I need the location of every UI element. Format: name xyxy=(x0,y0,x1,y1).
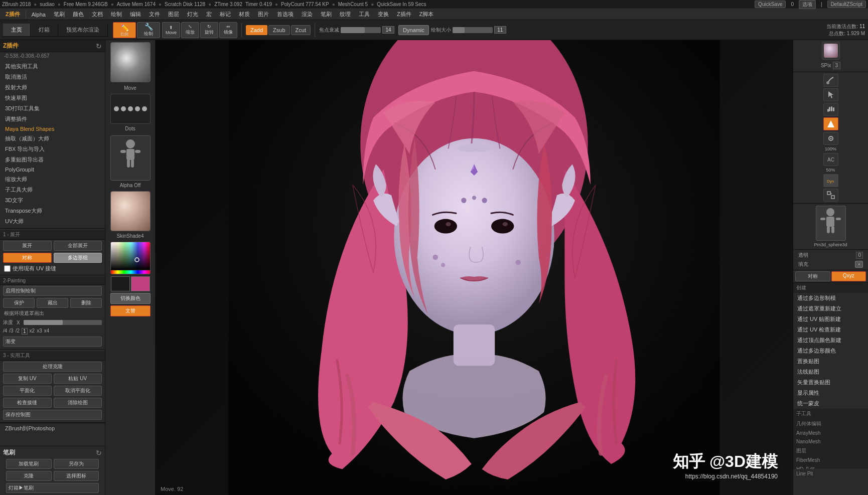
section2-header[interactable]: 2-Painting xyxy=(0,277,105,285)
expand-all-btn[interactable]: 全部展开 xyxy=(54,241,102,251)
section-nanomesh[interactable]: NanoMesh xyxy=(793,437,868,446)
menu-marker[interactable]: 标记 xyxy=(216,10,234,19)
create-polycolor-item[interactable]: 通过多边形颜色 xyxy=(793,346,868,356)
mirror-btn[interactable]: ⇔ 镜像 xyxy=(219,22,237,38)
lightbox-brush-btn[interactable]: 灯箱▶笔刷 xyxy=(6,483,99,493)
brush-refresh-icon[interactable]: ↻ xyxy=(96,449,102,457)
val-3[interactable]: /3 xyxy=(9,328,13,335)
zcut-btn[interactable]: Zcut xyxy=(291,25,311,35)
scale-btn[interactable]: ⤡ 缩放 xyxy=(181,22,199,38)
tab-lightbox[interactable]: 灯箱 xyxy=(31,24,58,36)
exchange-btn[interactable]: 文替 xyxy=(110,305,151,316)
maya-blend-shapes-item[interactable]: Maya Blend Shapes xyxy=(0,124,105,133)
unflatten-btn[interactable]: 取消平面化 xyxy=(54,386,102,396)
dynamic-btn[interactable]: Dynamic xyxy=(398,25,429,35)
val-4[interactable]: /4 xyxy=(3,328,7,335)
adjust-plugin-item[interactable]: 调整插件 xyxy=(0,114,105,124)
val-x3[interactable]: x3 xyxy=(37,328,42,335)
script-select[interactable]: DefaultZScript xyxy=(827,1,866,8)
tool-icon-4-active[interactable] xyxy=(823,117,838,130)
draw-size-slider[interactable] xyxy=(453,27,493,33)
zplugins-title[interactable]: Z插件 xyxy=(2,10,24,19)
gradient-btn[interactable]: 渐变 xyxy=(3,337,102,347)
normal-map-item[interactable]: 法线贴图 xyxy=(793,367,868,377)
section-fibermesh[interactable]: FiberMesh xyxy=(793,456,868,464)
spix-val[interactable]: 3 xyxy=(833,62,841,69)
menu-color[interactable]: 颜色 xyxy=(69,10,87,19)
create-poly-item[interactable]: 通过多边形制模 xyxy=(793,293,868,303)
menu-edit[interactable]: 编辑 xyxy=(126,10,144,19)
menu-zscript[interactable]: Z脚本 xyxy=(416,10,438,19)
menu-draw[interactable]: 绘制 xyxy=(107,10,125,19)
dynamic-btn-side[interactable]: Dyn xyxy=(823,174,838,187)
menu-zplugin[interactable]: Z插件 xyxy=(393,10,415,19)
3d-print-item[interactable]: 3D打印工具集 xyxy=(0,103,105,114)
polygroupit-item[interactable]: PolyGroupIt xyxy=(0,165,105,174)
load-brush-btn[interactable]: 加载笔刷 xyxy=(6,459,52,469)
val-x2[interactable]: x2 xyxy=(30,328,35,335)
fbx-item[interactable]: FBX 导出与导入 xyxy=(0,144,105,154)
draw-btn[interactable]: 🔧 绘制 xyxy=(137,22,160,38)
zadd-btn[interactable]: Zadd xyxy=(246,25,267,35)
menu-tool[interactable]: 工具 xyxy=(355,10,373,19)
paste-uv-btn[interactable]: 粘贴 UV xyxy=(54,374,102,384)
lang-select[interactable]: 选项 xyxy=(799,0,816,9)
val-1[interactable]: 1 xyxy=(22,328,28,335)
intensity-slider[interactable] xyxy=(24,320,102,325)
tool-icon-5[interactable] xyxy=(823,132,838,145)
hide-btn[interactable]: 藏出 xyxy=(37,298,68,308)
tool-icon-2[interactable] xyxy=(823,88,838,101)
displacement-item[interactable]: 置换贴图 xyxy=(793,356,868,367)
menu-image[interactable]: 图片 xyxy=(254,10,272,19)
drop-btn[interactable]: 克隆 xyxy=(6,471,52,481)
menu-transform[interactable]: 变换 xyxy=(374,10,392,19)
tab-home[interactable]: 主页 xyxy=(3,24,31,36)
menu-alpha[interactable]: Alpha xyxy=(28,11,49,19)
color-picker[interactable] xyxy=(110,242,151,274)
section-hd[interactable]: HD 几何 xyxy=(793,464,868,469)
menu-light[interactable]: 灯光 xyxy=(184,10,202,19)
val-x4[interactable]: x4 xyxy=(44,328,50,335)
projection-master-item[interactable]: 投射大师 xyxy=(0,82,105,93)
menu-render[interactable]: 渲染 xyxy=(298,10,316,19)
create-uv-check-item[interactable]: 通过 UV 检查新建 xyxy=(793,324,868,335)
edit-btn[interactable]: ✏️ Edit xyxy=(113,22,136,38)
section-arraymesh[interactable]: ArrayMesh xyxy=(793,429,868,437)
create-uv-item[interactable]: 通过 UV 贴图新建 xyxy=(793,314,868,324)
other-tools-item[interactable]: 其他实用工具 xyxy=(0,61,105,72)
section-subtool[interactable]: 子工具 xyxy=(793,409,868,419)
render-preview-btn[interactable] xyxy=(822,42,840,60)
deactivate-item[interactable]: 取消激活 xyxy=(0,72,105,82)
menu-macro[interactable]: 宏 xyxy=(203,10,215,19)
focal-shift-val[interactable]: 14 xyxy=(382,26,394,34)
quick-save-btn[interactable]: QuickSave xyxy=(755,1,786,8)
quick-sketch-item[interactable]: 快速草图 xyxy=(0,93,105,103)
section-geo[interactable]: 几何体编辑 xyxy=(793,419,868,429)
focal-shift-slider[interactable] xyxy=(341,27,381,33)
tool-icon-snap[interactable] xyxy=(823,189,838,202)
menu-texture[interactable]: 纹理 xyxy=(336,10,354,19)
zbrush-to-ps[interactable]: ZBrush到Photoshop xyxy=(0,423,105,434)
display-props-item[interactable]: 显示属性 xyxy=(793,388,868,398)
uv-checkbox-row[interactable]: 使用现有 UV 接缝 xyxy=(0,264,105,273)
viewport-3d[interactable]: 知乎 @3D建模 https://blog.csdn.net/qq_448541… xyxy=(156,40,793,495)
decimation-master-item[interactable]: 抽取（减面）大师 xyxy=(0,133,105,144)
switch-color-btn[interactable]: 切换颜色 xyxy=(110,293,151,304)
process-btn[interactable]: 处理克隆 xyxy=(3,362,102,372)
create-section-header[interactable]: 创建 xyxy=(793,283,868,293)
menu-material[interactable]: 材质 xyxy=(235,10,253,19)
refresh-icon[interactable]: ↻ xyxy=(96,42,102,50)
rotate-btn[interactable]: ↻ 旋转 xyxy=(200,22,218,38)
uv-master-item[interactable]: UV大师 xyxy=(0,216,105,227)
delete-btn[interactable]: 删除 xyxy=(70,298,102,308)
select-img-btn[interactable]: 选择图标 xyxy=(54,471,99,481)
enable-control-btn[interactable]: 启用控制绘制 xyxy=(3,286,102,296)
subtool-figure[interactable] xyxy=(816,206,846,241)
tool-icon-1[interactable] xyxy=(823,74,838,87)
expand-btn[interactable]: 展开 xyxy=(3,241,52,251)
menu-brush2[interactable]: 笔刷 xyxy=(317,10,335,19)
save-as-brush-btn[interactable]: 另存为 xyxy=(54,459,99,469)
tool-icon-3[interactable] xyxy=(823,103,838,116)
align-btn[interactable]: 对称 xyxy=(3,253,52,263)
tool-icon-6[interactable]: AC xyxy=(823,153,838,166)
